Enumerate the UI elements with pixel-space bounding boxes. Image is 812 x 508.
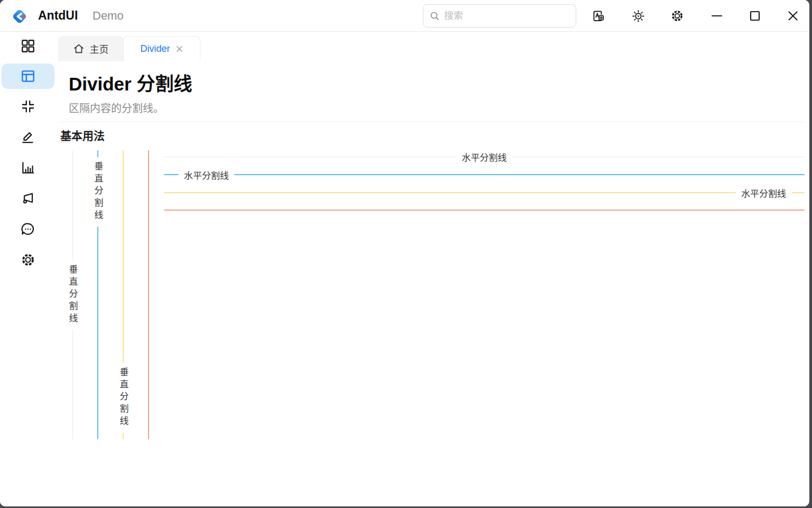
divider-line	[164, 192, 736, 193]
edit-icon	[20, 129, 36, 145]
divider-line	[164, 210, 805, 211]
search-input[interactable]	[444, 11, 569, 22]
horizontal-divider-default: 水平分割线	[164, 150, 805, 163]
divider-line	[234, 174, 805, 175]
minimize-icon[interactable]	[706, 5, 728, 27]
sidebar-item-chat[interactable]	[2, 216, 54, 242]
sidebar-item-dashboard[interactable]	[2, 33, 54, 59]
close-icon[interactable]	[782, 5, 804, 27]
divider-line	[123, 432, 124, 439]
antdui-logo-icon	[11, 8, 28, 25]
page-subtitle: 区隔内容的分割线。	[69, 100, 164, 115]
settings-icon	[20, 252, 36, 268]
megaphone-icon	[20, 190, 36, 206]
horizontal-divider-red-plain	[164, 204, 805, 216]
divider-label: 水平分割线	[462, 150, 507, 164]
maximize-icon[interactable]	[744, 5, 766, 27]
divider-line	[97, 226, 98, 439]
sidebar-item-megaphone[interactable]	[2, 186, 54, 211]
divider-line	[97, 150, 98, 157]
app-window: AntdUI Demo	[0, 0, 809, 506]
divider-line	[164, 157, 457, 157]
sidebar-item-settings[interactable]	[2, 247, 54, 273]
divider-label: 垂直分割线	[117, 367, 130, 428]
divider-line	[148, 150, 149, 439]
divider-line	[791, 192, 805, 193]
divider-line	[123, 150, 124, 363]
titlebar: AntdUI Demo	[0, 0, 809, 32]
divider-line	[512, 157, 805, 157]
section-title: 基本用法	[60, 127, 105, 143]
shrink-icon	[20, 98, 36, 114]
divider-label: 垂直分割线	[66, 265, 79, 325]
header-divider	[58, 122, 805, 122]
vertical-divider-blue-top: 垂直分割线	[91, 150, 104, 439]
divider-label: 垂直分割线	[91, 161, 105, 222]
tab-divider-label: Divider	[140, 43, 170, 55]
tab-home-label: 主页	[90, 42, 109, 56]
app-mode: Demo	[93, 9, 124, 23]
layout-icon	[20, 68, 36, 84]
sidebar-item-edit[interactable]	[2, 124, 54, 150]
bar-chart-icon	[20, 160, 36, 176]
divider-line	[72, 330, 73, 440]
chat-icon	[20, 221, 36, 237]
vertical-divider-red-plain	[142, 150, 155, 439]
vertical-divider-default: 垂直分割线	[66, 150, 79, 439]
divider-line	[164, 174, 179, 175]
page-title: Divider 分割线	[69, 69, 192, 96]
divider-label: 水平分割线	[741, 186, 786, 199]
theme-sun-icon[interactable]	[627, 5, 649, 27]
horizontal-divider-blue-left: 水平分割线	[164, 168, 805, 181]
settings-icon[interactable]	[666, 5, 688, 27]
sidebar-item-chart[interactable]	[2, 155, 54, 180]
sidebar-item-layout[interactable]	[2, 64, 54, 89]
app-name: AntdUI	[38, 8, 78, 23]
search-icon	[430, 11, 440, 21]
divider-line	[72, 150, 73, 260]
sidebar-item-shrink[interactable]	[2, 94, 54, 119]
vertical-divider-yellow-bottom: 垂直分割线	[117, 150, 130, 439]
sidebar	[0, 32, 55, 506]
divider-label: 水平分割线	[184, 168, 229, 182]
horizontal-divider-yellow-right: 水平分割线	[164, 186, 805, 199]
search-box[interactable]	[423, 4, 576, 28]
translate-icon[interactable]	[587, 5, 609, 27]
tab-home[interactable]: 主页	[58, 36, 123, 61]
dashboard-grid-icon	[20, 38, 36, 54]
tab-divider[interactable]: Divider	[123, 36, 200, 61]
home-icon	[73, 43, 85, 55]
tab-close-icon[interactable]	[176, 45, 183, 53]
